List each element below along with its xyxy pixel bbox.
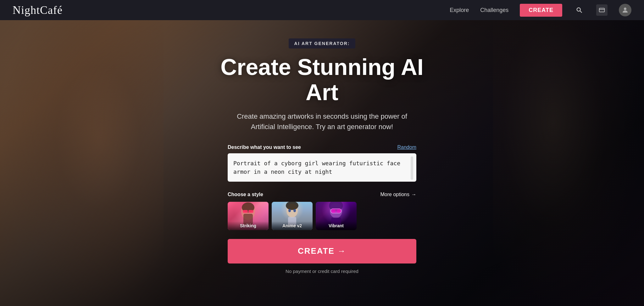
more-options-link[interactable]: More options → [380, 192, 417, 197]
svg-point-19 [331, 209, 336, 213]
random-link[interactable]: Random [397, 144, 416, 150]
hero-content: AI ART GENERATOR: Create Stunning AI Art… [218, 32, 426, 274]
nav-explore[interactable]: Explore [450, 7, 469, 14]
prompt-input[interactable] [228, 153, 416, 182]
prompt-label-row: Describe what you want to see Random [228, 144, 416, 150]
textarea-wrapper [228, 153, 416, 183]
svg-point-15 [293, 209, 296, 212]
style-label: Choose a style [228, 192, 263, 197]
user-avatar[interactable] [619, 4, 631, 16]
nav-right: Explore Challenges CREATE [450, 4, 631, 17]
create-button[interactable]: CREATE → [228, 239, 416, 264]
svg-point-0 [577, 8, 580, 11]
svg-rect-2 [599, 8, 605, 12]
creation-form: Describe what you want to see Random Cho… [228, 144, 416, 274]
arrow-right-icon: → [411, 192, 416, 197]
style-card-anime[interactable]: Anime v2 [272, 202, 313, 230]
style-label-row: Choose a style More options → [228, 192, 416, 197]
style-card-striking[interactable]: Striking [228, 202, 269, 230]
search-icon[interactable] [574, 4, 585, 16]
svg-point-14 [288, 209, 291, 212]
prompt-label: Describe what you want to see [228, 144, 301, 150]
navbar: NightCafé Explore Challenges CREATE [0, 0, 644, 20]
logo[interactable]: NightCafé [13, 3, 63, 17]
nav-challenges[interactable]: Challenges [480, 7, 508, 14]
hero-subtitle: Create amazing artworks in seconds using… [231, 111, 413, 132]
svg-rect-9 [248, 210, 253, 213]
style-anime-label: Anime v2 [272, 221, 313, 230]
more-options-text: More options [380, 192, 410, 197]
hero-title: Create Stunning AI Art [218, 55, 426, 105]
hero-section: AI ART GENERATOR: Create Stunning AI Art… [0, 0, 644, 306]
style-striking-label: Striking [228, 221, 269, 230]
credits-icon[interactable] [596, 4, 608, 16]
hero-badge: AI ART GENERATOR: [289, 38, 356, 48]
no-payment-text: No payment or credit card required [228, 269, 416, 274]
style-vibrant-label: Vibrant [316, 221, 357, 230]
style-card-vibrant[interactable]: Vibrant [316, 202, 357, 230]
svg-rect-8 [243, 210, 248, 213]
svg-point-20 [337, 209, 341, 213]
svg-point-4 [624, 8, 626, 10]
svg-line-1 [580, 11, 582, 13]
nav-create-button[interactable]: CREATE [520, 4, 562, 17]
style-cards-container: Striking [228, 202, 416, 230]
scrollbar[interactable] [411, 156, 413, 180]
